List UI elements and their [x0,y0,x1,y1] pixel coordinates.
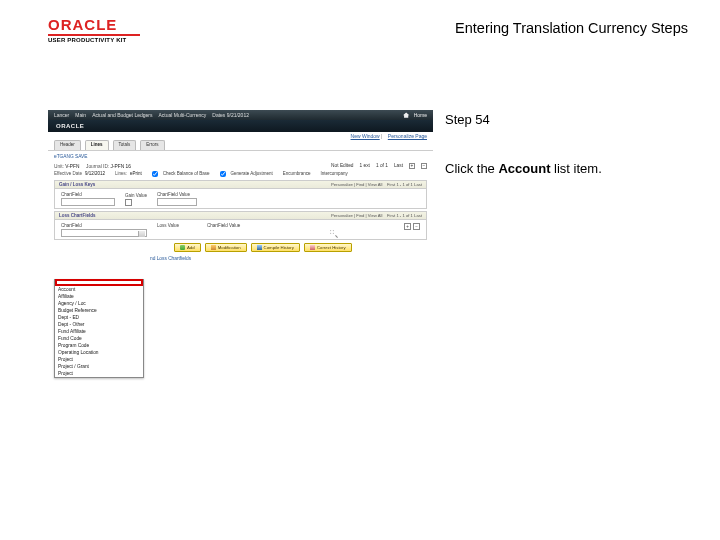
lookup-icon[interactable] [329,229,337,237]
effective-date-value: 9/12/2012 [85,171,105,177]
encumbrance-label: Encumbrance [283,171,311,177]
generate-adjust-label: Generate Adjustment [231,171,273,177]
tab-lines[interactable]: Lines [85,140,109,150]
chartfield-value-label-2: ChartField Value [207,223,337,228]
lines-value: ePrint [130,171,142,177]
compile-history-button[interactable]: Compile History [251,243,300,252]
list-item[interactable]: Fund Code [55,335,143,342]
list-item[interactable]: Affiliate [55,293,143,300]
effective-date-label: Effective Date [54,171,82,177]
personalize-link[interactable]: Personalize | Find | View All [331,182,382,187]
plus-icon [180,245,185,250]
add-row-icon-2[interactable]: + [404,223,411,230]
journal-id-value: J-PFN 16 [111,164,131,169]
chartfield-select[interactable] [61,229,147,237]
journal-id-label: Journal ID: [86,164,109,169]
app-sublinks: New Window | Personalize Page [48,132,433,140]
list-item[interactable]: Project [55,356,143,363]
action-button-bar: Add Modification Compile History Correct… [54,240,427,252]
brand-divider [48,34,140,36]
app-brand-bar: ORACLE [48,120,433,132]
crumb-item: Actual and Budget Ledgers [92,112,152,118]
status-text: Not Edited [331,163,353,169]
gain-loss-keys-header: Gain / Loss Keys Personalize | Find | Vi… [54,180,427,189]
crumb-item: Dates 9/21/2012 [212,112,249,118]
instruction-panel: Step 54 Click the Account list item. [445,110,702,267]
app-breadcrumb-bar: Lancer Main Actual and Budget Ledgers Ac… [48,110,433,120]
chartfield-dropdown[interactable]: Account Affiliate Agency / Loc Budget Re… [54,279,144,378]
first-link-2[interactable]: First [387,213,395,218]
crumb-item: Actual Multi-Currency [158,112,206,118]
ext-text: 1 ext [360,163,370,169]
list-item[interactable]: Dept - ED [55,314,143,321]
add-row-icon[interactable]: + [409,163,415,169]
list-item[interactable]: Project / Grant [55,363,143,370]
home-icon[interactable] [403,112,410,118]
chartfield-value-label: ChartField Value [157,192,197,197]
brand-subtitle: USER PRODUCTIVITY KIT [48,37,140,43]
step-description: Click the Account list item. [445,161,702,176]
gain-value-label: Gain Value [125,193,147,198]
grid-nav: 1 - 1 of 1 [396,182,413,187]
check-balance-checkbox[interactable] [152,171,158,177]
modification-button[interactable]: Modification [205,243,247,252]
generate-adjust-checkbox[interactable] [220,171,226,177]
tab-bar: Header Lines Totals Errors [48,140,433,151]
correct-icon [310,245,315,250]
list-item-account[interactable]: Account [55,286,143,293]
dropdown-highlight [55,279,143,286]
intercompany-label: Intercompany [321,171,348,177]
chartfield-value-input[interactable] [157,198,197,206]
home-label[interactable]: Home [414,112,427,118]
app-mini-screenshot: Lancer Main Actual and Budget Ledgers Ac… [48,110,433,267]
last-link[interactable]: Last [394,163,403,169]
personalize-link-2[interactable]: Personalize | Find | View All [331,213,382,218]
step-number: Step 54 [445,112,702,127]
list-item[interactable]: Agency / Loc [55,300,143,307]
add-button[interactable]: Add [174,243,201,252]
list-item[interactable]: Program Code [55,342,143,349]
chartfield-input[interactable] [61,198,115,206]
pencil-icon [211,245,216,250]
grid-nav-2: 1 - 1 of 1 [396,213,413,218]
page-title: Entering Translation Currency Steps [455,20,688,36]
first-link[interactable]: First [387,182,395,187]
gain-value-checkbox[interactable] [125,199,132,206]
tab-header[interactable]: Header [54,140,81,150]
unit-label: Unit: [54,164,64,169]
crumb-item: Lancer [54,112,69,118]
unit-value: V-PFN [65,164,79,169]
lines-label: Lines: [115,171,127,177]
record-index: 1 of 1 [376,163,388,169]
list-item[interactable]: Budget Reference [55,307,143,314]
list-item[interactable]: Fund Affiliate [55,328,143,335]
last-link-g1[interactable]: Last [414,182,422,187]
remove-row-icon[interactable]: − [421,163,427,169]
gain-loss-chartfields-link[interactable]: nd Loss Chartfields [54,252,427,261]
brand-logo: ORACLE USER PRODUCTIVITY KIT [48,16,140,43]
remove-row-icon-2[interactable]: − [413,223,420,230]
list-item[interactable]: Operating Location [55,349,143,356]
chartfield-label-2: ChartField [61,223,147,228]
tab-totals[interactable]: Totals [113,140,137,150]
list-item[interactable]: Dept - Other [55,321,143,328]
chartfield-label: ChartField [61,192,115,197]
loss-chartfields-header: Loss ChartFields Personalize | Find | Vi… [54,211,427,220]
crumb-item: Main [75,112,86,118]
correct-history-button[interactable]: Correct History [304,243,352,252]
screenshot-panel: Lancer Main Actual and Budget Ledgers Ac… [48,110,433,267]
brand-name: ORACLE [48,16,140,33]
check-balance-label: Check Balance of Base [163,171,210,177]
list-item[interactable]: Project [55,370,143,377]
loss-value-label: Loss Value [157,223,197,228]
history-icon [257,245,262,250]
save-status: eTGANG SAVE [54,154,88,159]
tab-errors[interactable]: Errors [140,140,164,150]
last-link-g2[interactable]: Last [414,213,422,218]
personalize-page-link[interactable]: Personalize Page [388,133,427,139]
new-window-link[interactable]: New Window [351,133,380,139]
